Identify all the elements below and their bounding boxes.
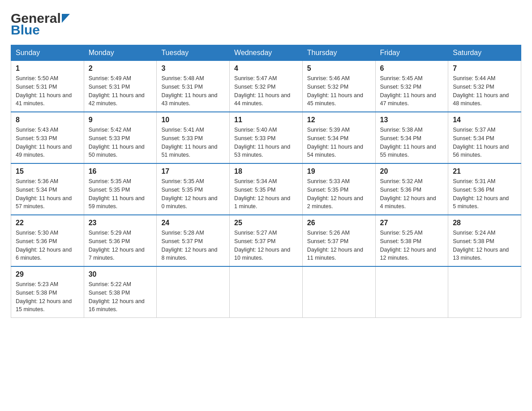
calendar-cell: 9Sunrise: 5:42 AMSunset: 5:33 PMDaylight… — [84, 112, 157, 163]
calendar-cell: 20Sunrise: 5:32 AMSunset: 5:36 PMDayligh… — [375, 163, 448, 215]
day-info: Sunrise: 5:46 AMSunset: 5:32 PMDaylight:… — [307, 74, 371, 108]
day-number: 4 — [234, 64, 298, 73]
logo-blue-text: Blue — [11, 22, 40, 38]
day-number: 27 — [380, 219, 444, 227]
day-number: 29 — [16, 270, 79, 278]
day-info: Sunrise: 5:27 AMSunset: 5:37 PMDaylight:… — [234, 229, 298, 262]
day-number: 9 — [89, 116, 152, 124]
weekday-header-sunday: Sunday — [11, 45, 84, 61]
day-info: Sunrise: 5:50 AMSunset: 5:31 PMDaylight:… — [16, 74, 79, 108]
day-number: 6 — [380, 64, 444, 73]
calendar-cell: 25Sunrise: 5:27 AMSunset: 5:37 PMDayligh… — [230, 215, 303, 266]
week-row-4: 22Sunrise: 5:30 AMSunset: 5:36 PMDayligh… — [11, 215, 521, 266]
calendar-cell: 27Sunrise: 5:25 AMSunset: 5:38 PMDayligh… — [375, 215, 448, 266]
weekday-header-row: SundayMondayTuesdayWednesdayThursdayFrid… — [11, 45, 521, 61]
weekday-header-friday: Friday — [375, 45, 448, 61]
day-info: Sunrise: 5:25 AMSunset: 5:38 PMDaylight:… — [380, 229, 444, 262]
calendar-cell — [230, 266, 303, 318]
day-info: Sunrise: 5:43 AMSunset: 5:33 PMDaylight:… — [16, 126, 79, 159]
day-info: Sunrise: 5:36 AMSunset: 5:34 PMDaylight:… — [16, 177, 79, 211]
calendar-cell: 23Sunrise: 5:29 AMSunset: 5:36 PMDayligh… — [84, 215, 157, 266]
day-number: 17 — [161, 167, 225, 176]
day-info: Sunrise: 5:37 AMSunset: 5:34 PMDaylight:… — [453, 126, 516, 159]
week-row-1: 1Sunrise: 5:50 AMSunset: 5:31 PMDaylight… — [11, 61, 521, 112]
calendar-cell: 4Sunrise: 5:47 AMSunset: 5:32 PMDaylight… — [230, 61, 303, 112]
day-info: Sunrise: 5:35 AMSunset: 5:35 PMDaylight:… — [89, 177, 152, 211]
weekday-header-monday: Monday — [84, 45, 157, 61]
day-info: Sunrise: 5:28 AMSunset: 5:37 PMDaylight:… — [161, 229, 225, 262]
day-number: 1 — [16, 64, 79, 73]
day-info: Sunrise: 5:41 AMSunset: 5:33 PMDaylight:… — [161, 126, 225, 159]
calendar-cell: 7Sunrise: 5:44 AMSunset: 5:32 PMDaylight… — [448, 61, 521, 112]
day-info: Sunrise: 5:34 AMSunset: 5:35 PMDaylight:… — [234, 177, 298, 211]
calendar-cell: 22Sunrise: 5:30 AMSunset: 5:36 PMDayligh… — [11, 215, 84, 266]
calendar-cell: 12Sunrise: 5:39 AMSunset: 5:34 PMDayligh… — [302, 112, 375, 163]
day-info: Sunrise: 5:30 AMSunset: 5:36 PMDaylight:… — [16, 229, 79, 262]
day-info: Sunrise: 5:47 AMSunset: 5:32 PMDaylight:… — [234, 74, 298, 108]
day-info: Sunrise: 5:48 AMSunset: 5:31 PMDaylight:… — [161, 74, 225, 108]
day-number: 12 — [307, 116, 371, 124]
calendar-cell: 28Sunrise: 5:24 AMSunset: 5:38 PMDayligh… — [448, 215, 521, 266]
calendar-cell: 8Sunrise: 5:43 AMSunset: 5:33 PMDaylight… — [11, 112, 84, 163]
weekday-header-thursday: Thursday — [302, 45, 375, 61]
day-info: Sunrise: 5:29 AMSunset: 5:36 PMDaylight:… — [89, 229, 152, 262]
calendar-cell: 21Sunrise: 5:31 AMSunset: 5:36 PMDayligh… — [448, 163, 521, 215]
day-number: 19 — [307, 167, 371, 176]
week-row-2: 8Sunrise: 5:43 AMSunset: 5:33 PMDaylight… — [11, 112, 521, 163]
calendar-cell: 29Sunrise: 5:23 AMSunset: 5:38 PMDayligh… — [11, 266, 84, 318]
day-info: Sunrise: 5:38 AMSunset: 5:34 PMDaylight:… — [380, 126, 444, 159]
calendar-cell: 17Sunrise: 5:35 AMSunset: 5:35 PMDayligh… — [157, 163, 230, 215]
week-row-3: 15Sunrise: 5:36 AMSunset: 5:34 PMDayligh… — [11, 163, 521, 215]
calendar-cell: 15Sunrise: 5:36 AMSunset: 5:34 PMDayligh… — [11, 163, 84, 215]
day-number: 15 — [16, 167, 79, 176]
calendar-table: SundayMondayTuesdayWednesdayThursdayFrid… — [11, 45, 521, 318]
day-number: 8 — [16, 116, 79, 124]
calendar-cell: 19Sunrise: 5:33 AMSunset: 5:35 PMDayligh… — [302, 163, 375, 215]
day-number: 7 — [453, 64, 516, 73]
logo-arrow-icon — [62, 14, 70, 25]
day-info: Sunrise: 5:22 AMSunset: 5:38 PMDaylight:… — [89, 280, 152, 314]
calendar-cell: 5Sunrise: 5:46 AMSunset: 5:32 PMDaylight… — [302, 61, 375, 112]
day-info: Sunrise: 5:49 AMSunset: 5:31 PMDaylight:… — [89, 74, 152, 108]
calendar-cell: 13Sunrise: 5:38 AMSunset: 5:34 PMDayligh… — [375, 112, 448, 163]
calendar-cell: 6Sunrise: 5:45 AMSunset: 5:32 PMDaylight… — [375, 61, 448, 112]
day-info: Sunrise: 5:44 AMSunset: 5:32 PMDaylight:… — [453, 74, 516, 108]
day-number: 10 — [161, 116, 225, 124]
day-number: 14 — [453, 116, 516, 124]
calendar-cell: 11Sunrise: 5:40 AMSunset: 5:33 PMDayligh… — [230, 112, 303, 163]
calendar-cell: 3Sunrise: 5:48 AMSunset: 5:31 PMDaylight… — [157, 61, 230, 112]
day-number: 3 — [161, 64, 225, 73]
day-number: 24 — [161, 219, 225, 227]
day-number: 23 — [89, 219, 152, 227]
svg-marker-0 — [62, 14, 70, 23]
day-info: Sunrise: 5:39 AMSunset: 5:34 PMDaylight:… — [307, 126, 371, 159]
day-info: Sunrise: 5:35 AMSunset: 5:35 PMDaylight:… — [161, 177, 225, 211]
week-row-5: 29Sunrise: 5:23 AMSunset: 5:38 PMDayligh… — [11, 266, 521, 318]
day-number: 28 — [453, 219, 516, 227]
calendar-cell: 16Sunrise: 5:35 AMSunset: 5:35 PMDayligh… — [84, 163, 157, 215]
weekday-header-wednesday: Wednesday — [230, 45, 303, 61]
day-number: 11 — [234, 116, 298, 124]
calendar-cell: 18Sunrise: 5:34 AMSunset: 5:35 PMDayligh… — [230, 163, 303, 215]
calendar-cell — [157, 266, 230, 318]
day-info: Sunrise: 5:33 AMSunset: 5:35 PMDaylight:… — [307, 177, 371, 211]
logo: General Blue — [11, 11, 70, 38]
day-info: Sunrise: 5:31 AMSunset: 5:36 PMDaylight:… — [453, 177, 516, 211]
day-info: Sunrise: 5:24 AMSunset: 5:38 PMDaylight:… — [453, 229, 516, 262]
calendar-cell: 30Sunrise: 5:22 AMSunset: 5:38 PMDayligh… — [84, 266, 157, 318]
day-number: 13 — [380, 116, 444, 124]
day-number: 18 — [234, 167, 298, 176]
day-number: 2 — [89, 64, 152, 73]
calendar-cell: 26Sunrise: 5:26 AMSunset: 5:37 PMDayligh… — [302, 215, 375, 266]
calendar-cell — [302, 266, 375, 318]
weekday-header-saturday: Saturday — [448, 45, 521, 61]
day-number: 25 — [234, 219, 298, 227]
day-number: 22 — [16, 219, 79, 227]
day-number: 5 — [307, 64, 371, 73]
day-number: 21 — [453, 167, 516, 176]
day-info: Sunrise: 5:45 AMSunset: 5:32 PMDaylight:… — [380, 74, 444, 108]
calendar-cell: 10Sunrise: 5:41 AMSunset: 5:33 PMDayligh… — [157, 112, 230, 163]
calendar-cell: 1Sunrise: 5:50 AMSunset: 5:31 PMDaylight… — [11, 61, 84, 112]
calendar-cell — [375, 266, 448, 318]
day-info: Sunrise: 5:42 AMSunset: 5:33 PMDaylight:… — [89, 126, 152, 159]
